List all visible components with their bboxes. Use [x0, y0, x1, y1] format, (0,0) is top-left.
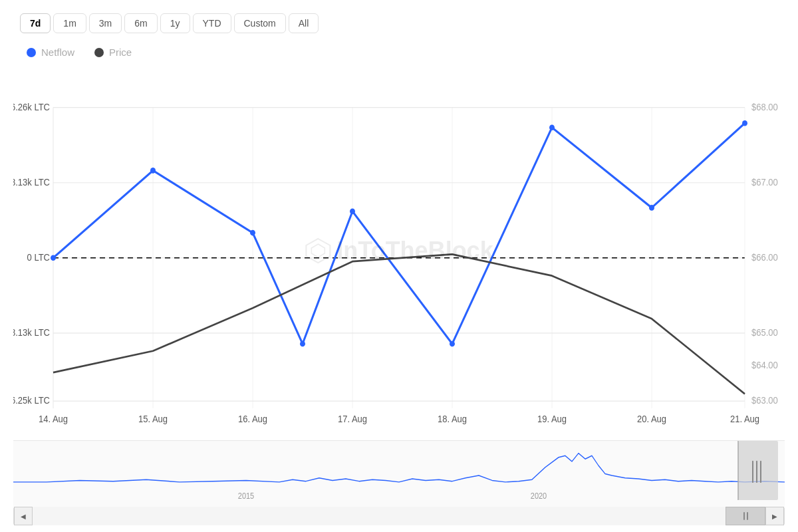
grip-line-2	[747, 512, 748, 520]
svg-text:19. Aug: 19. Aug	[537, 414, 567, 425]
svg-text:$64.00: $64.00	[751, 360, 778, 370]
svg-text:2015: 2015	[238, 491, 255, 501]
scroll-left-button[interactable]: ◀	[14, 507, 33, 525]
svg-point-36	[150, 168, 156, 174]
grip-line-1	[743, 512, 745, 520]
time-btn-ytd[interactable]: YTD	[193, 13, 231, 33]
svg-text:16. Aug: 16. Aug	[238, 414, 267, 425]
scroll-grip	[743, 512, 748, 520]
time-btn-custom[interactable]: Custom	[234, 13, 286, 33]
legend-price: Price	[94, 47, 132, 58]
svg-text:-38.13k LTC: -38.13k LTC	[13, 328, 50, 338]
svg-text:$67.00: $67.00	[751, 178, 778, 188]
netflow-dot	[27, 48, 36, 57]
main-chart-svg: 76.26k LTC 38.13k LTC 0 LTC -38.13k LTC …	[13, 65, 785, 437]
time-btn-3m[interactable]: 3m	[89, 13, 122, 33]
time-btn-7d[interactable]: 7d	[20, 13, 51, 33]
price-label: Price	[109, 47, 132, 58]
netflow-label: Netflow	[41, 47, 74, 58]
svg-text:$68.00: $68.00	[751, 102, 778, 112]
time-btn-1m[interactable]: 1m	[53, 13, 86, 33]
svg-point-43	[742, 120, 747, 126]
svg-text:2020: 2020	[531, 491, 547, 501]
scrollbar: ◀ ▶	[13, 507, 785, 525]
svg-point-41	[549, 124, 555, 130]
svg-text:14. Aug: 14. Aug	[39, 414, 68, 425]
svg-text:20. Aug: 20. Aug	[637, 414, 666, 425]
legend-netflow: Netflow	[27, 47, 74, 58]
svg-text:$65.00: $65.00	[751, 328, 778, 338]
svg-text:$63.00: $63.00	[751, 396, 778, 406]
time-btn-1y[interactable]: 1y	[160, 13, 190, 33]
svg-text:38.13k LTC: 38.13k LTC	[13, 178, 50, 188]
svg-text:76.26k LTC: 76.26k LTC	[13, 102, 50, 112]
main-container: 7d1m3m6m1yYTDCustomAll Netflow Price InT…	[0, 0, 798, 532]
svg-text:0 LTC: 0 LTC	[27, 253, 51, 263]
svg-rect-44	[13, 441, 785, 507]
svg-rect-47	[738, 441, 778, 500]
svg-text:18. Aug: 18. Aug	[438, 414, 467, 425]
chart-legend: Netflow Price	[13, 47, 785, 58]
time-range-selector: 7d1m3m6m1yYTDCustomAll	[13, 13, 785, 33]
svg-point-40	[450, 341, 455, 347]
scroll-right-button[interactable]: ▶	[765, 507, 784, 525]
svg-point-39	[350, 208, 355, 214]
svg-text:15. Aug: 15. Aug	[138, 414, 168, 425]
scroll-thumb[interactable]	[726, 507, 765, 525]
time-btn-all[interactable]: All	[289, 13, 319, 33]
scroll-track	[33, 507, 765, 525]
svg-text:$66.00: $66.00	[751, 253, 778, 263]
navigator-svg: 2015 2020	[13, 441, 785, 507]
svg-text:21. Aug: 21. Aug	[730, 414, 759, 425]
time-btn-6m[interactable]: 6m	[124, 13, 157, 33]
svg-text:-76.25k LTC: -76.25k LTC	[13, 396, 50, 406]
svg-text:17. Aug: 17. Aug	[338, 414, 367, 425]
svg-point-35	[51, 255, 56, 261]
svg-point-37	[250, 230, 255, 236]
main-chart: InToTheBlock 76.26k LTC 38.13k LTC	[13, 65, 785, 437]
svg-point-42	[649, 205, 654, 211]
price-dot	[94, 48, 104, 57]
navigator: 2015 2020	[13, 440, 785, 507]
svg-point-38	[300, 341, 305, 347]
